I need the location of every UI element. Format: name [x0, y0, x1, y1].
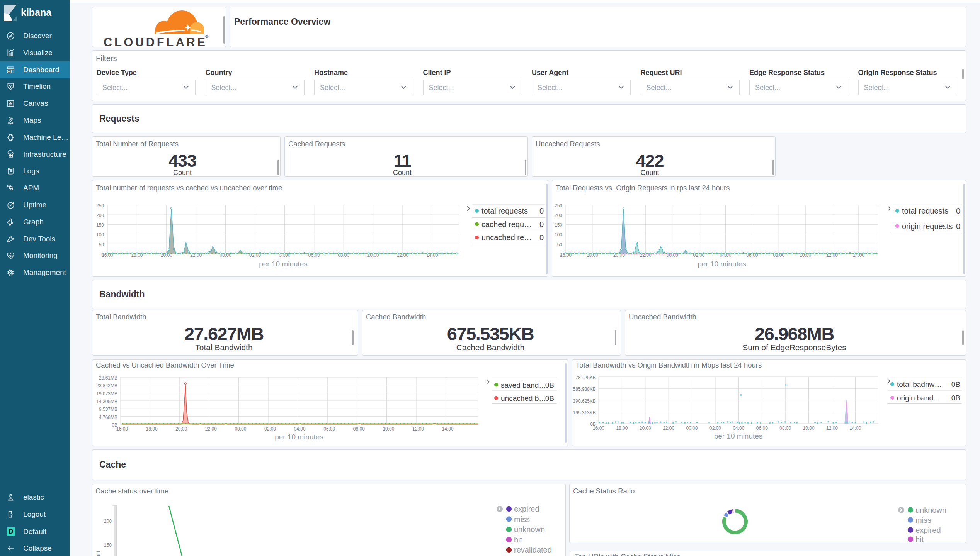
svg-text:uncached b…: uncached b…: [501, 394, 546, 402]
svg-text:02:00: 02:00: [709, 425, 721, 431]
svg-text:22:00: 22:00: [663, 425, 674, 431]
svg-text:14:00: 14:00: [849, 425, 861, 431]
svg-text:10:00: 10:00: [383, 426, 394, 432]
svg-text:per 10 minutes: per 10 minutes: [698, 260, 746, 268]
svg-text:28.61MB: 28.61MB: [99, 375, 117, 381]
svg-text:0B: 0B: [545, 394, 554, 402]
svg-text:expired: expired: [514, 505, 539, 513]
svg-text:250: 250: [96, 203, 104, 208]
svg-text:02:00: 02:00: [264, 426, 276, 432]
svg-text:18:00: 18:00: [146, 426, 158, 432]
svg-text:00:00: 00:00: [686, 425, 698, 431]
svg-text:50: 50: [557, 242, 563, 247]
svg-text:total requests: total requests: [481, 207, 528, 215]
svg-text:total requests: total requests: [902, 207, 948, 215]
svg-text:0: 0: [539, 220, 544, 229]
svg-text:04:00: 04:00: [294, 426, 306, 432]
svg-text:hit: hit: [514, 536, 522, 544]
svg-text:16:00: 16:00: [116, 426, 128, 432]
svg-text:Count: Count: [95, 551, 101, 556]
svg-text:origin band…: origin band…: [897, 394, 941, 402]
svg-text:miss: miss: [915, 516, 931, 524]
svg-text:12:00: 12:00: [826, 425, 838, 431]
svg-text:00:00: 00:00: [235, 426, 246, 432]
svg-text:0: 0: [956, 222, 960, 231]
svg-text:0B: 0B: [951, 380, 960, 388]
svg-text:®: ®: [205, 34, 208, 39]
svg-text:200: 200: [555, 213, 562, 218]
svg-text:22:00: 22:00: [205, 426, 217, 432]
svg-text:unknown: unknown: [915, 506, 946, 514]
svg-text:250: 250: [555, 203, 562, 208]
svg-text:100: 100: [555, 232, 562, 237]
svg-text:150: 150: [96, 222, 104, 228]
svg-text:150: 150: [555, 222, 562, 228]
svg-text:0B: 0B: [951, 394, 960, 402]
svg-text:total badnw…: total badnw…: [897, 380, 942, 388]
svg-text:cached requ…: cached requ…: [481, 220, 532, 229]
svg-text:uncached re…: uncached re…: [481, 233, 532, 242]
svg-text:expired: expired: [915, 526, 941, 534]
svg-text:hit: hit: [915, 535, 924, 543]
svg-text:585.938KB: 585.938KB: [573, 386, 596, 392]
svg-text:200: 200: [96, 213, 104, 218]
svg-text:04:00: 04:00: [733, 425, 744, 431]
svg-text:14:00: 14:00: [442, 426, 454, 432]
svg-text:50: 50: [99, 242, 104, 247]
svg-text:390.625KB: 390.625KB: [573, 398, 596, 404]
svg-text:23.842MB: 23.842MB: [96, 383, 117, 388]
svg-text:12:00: 12:00: [412, 426, 424, 432]
svg-text:9.537MB: 9.537MB: [99, 407, 117, 412]
svg-text:14.305MB: 14.305MB: [96, 399, 117, 404]
svg-text:0B: 0B: [545, 381, 554, 389]
svg-text:08:00: 08:00: [779, 425, 791, 431]
svg-text:per 10 minutes: per 10 minutes: [714, 432, 763, 440]
svg-text:20:00: 20:00: [175, 426, 187, 432]
svg-text:19.073MB: 19.073MB: [96, 391, 117, 397]
svg-text:0: 0: [956, 207, 960, 215]
svg-text:saved band…: saved band…: [501, 381, 546, 389]
svg-text:195.313KB: 195.313KB: [573, 410, 596, 415]
svg-text:per 10 minutes: per 10 minutes: [259, 260, 308, 268]
svg-text:100: 100: [96, 232, 104, 237]
svg-text:unknown: unknown: [514, 525, 545, 534]
svg-text:4.768MB: 4.768MB: [99, 415, 117, 420]
svg-text:08:00: 08:00: [353, 426, 365, 432]
svg-text:06:00: 06:00: [323, 426, 335, 432]
svg-text:revalidated: revalidated: [514, 546, 552, 554]
svg-text:20:00: 20:00: [640, 425, 651, 431]
svg-text:per 10 minutes: per 10 minutes: [275, 433, 323, 441]
svg-text:0: 0: [539, 207, 544, 215]
svg-text:781.25KB: 781.25KB: [575, 375, 596, 380]
svg-text:0: 0: [539, 233, 544, 242]
svg-text:CLOUDFLARE: CLOUDFLARE: [104, 36, 208, 47]
svg-text:origin requests: origin requests: [902, 222, 953, 231]
svg-text:16:00: 16:00: [593, 425, 604, 431]
svg-text:06:00: 06:00: [756, 425, 768, 431]
svg-text:miss: miss: [514, 515, 530, 524]
svg-text:18:00: 18:00: [616, 425, 628, 431]
svg-text:10:00: 10:00: [803, 425, 815, 431]
